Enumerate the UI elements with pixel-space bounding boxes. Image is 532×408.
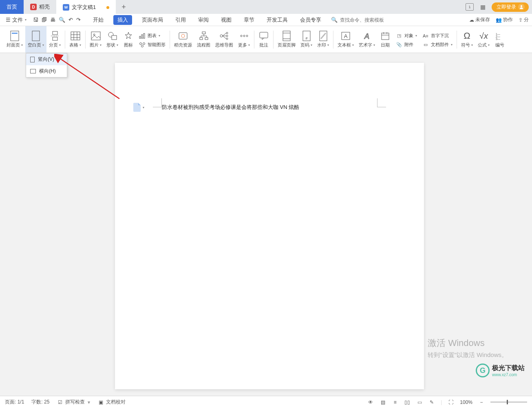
document-page[interactable]: 防水卷材被刑拘感受考场必修课是会将那些和大咖 VN 炫酷 [115,63,424,389]
landscape-icon [30,69,36,73]
collab-button[interactable]: 👥协作 [496,16,513,23]
login-label: 立即登录 [497,4,516,11]
tab-view[interactable]: 视图 [219,15,234,25]
tab-document[interactable]: W 文字文稿1 [56,0,116,14]
svg-rect-7 [71,32,80,40]
svg-rect-5 [53,37,57,40]
chart-button[interactable]: 图表▾ [139,32,160,40]
tab-insert[interactable]: 插入 [113,15,132,25]
page-number-button[interactable]: #页码▾ [298,26,315,53]
app-grid-icon[interactable]: ▦ [479,3,487,11]
date-button[interactable]: 日期 [377,26,393,53]
portrait-icon [30,57,35,62]
share-button[interactable]: ⇪分 [519,16,529,23]
watermark-button[interactable]: 水印▾ [315,26,331,53]
picture-button[interactable]: 图片▾ [87,26,104,53]
list-icon[interactable]: ≡ [392,399,398,406]
margin-corner-tr [377,98,386,107]
outline-icon[interactable]: ▤ [380,399,386,406]
tab-new[interactable]: + [116,0,132,14]
smart-graphic-button[interactable]: 智能图形 [139,41,166,49]
page-indicator[interactable]: ▾ [133,103,144,112]
file-menu[interactable]: ☰ 文件 ▾ [3,16,29,24]
mindmap-button[interactable]: 思维导图 [213,26,236,53]
print-preview-icon[interactable]: 🔍 [59,17,65,23]
undo-icon[interactable]: ↶ [68,17,73,23]
equation-button[interactable]: √x公式▾ [475,26,492,53]
spellcheck-toggle[interactable]: ☑拼写检查▾ [57,399,90,406]
comment-button[interactable]: 批注 [256,26,272,53]
svg-point-22 [141,45,143,47]
search-icon: 🔍 [331,17,338,23]
attachment-button[interactable]: 📎附件 [395,41,413,49]
print-layout-icon[interactable]: ▭ [416,399,423,406]
tab-references[interactable]: 引用 [173,15,188,25]
tab-dev-tools[interactable]: 开发工具 [264,15,290,25]
redo-icon[interactable]: ↷ [76,17,81,23]
page-break-button[interactable]: 分页▾ [46,26,63,53]
shapes-button[interactable]: 形状▾ [104,26,121,53]
command-search[interactable]: 🔍 [331,17,393,23]
svg-text:#: # [305,36,307,40]
page-count[interactable]: 页面: 1/1 [5,399,24,406]
tab-start[interactable]: 开始 [91,15,106,25]
svg-rect-53 [382,33,389,40]
more-button[interactable]: 更多▾ [236,26,252,53]
symbol-button[interactable]: Ω符号▾ [459,26,475,53]
doc-proof[interactable]: ▣文档校对 [97,399,126,406]
svg-rect-26 [200,38,203,40]
window-layout-icon[interactable]: 1 [466,3,474,11]
svg-rect-23 [179,33,187,39]
zoom-out-icon[interactable]: − [478,399,485,406]
chevron-down-icon: ▾ [25,18,26,22]
windows-watermark: 激活 Windows 转到"设置"以激活 Windows。 [428,336,508,360]
header-footer-button[interactable]: 页眉页脚 [275,26,298,53]
tab-review[interactable]: 审阅 [196,15,211,25]
tab-docer[interactable]: D 稻壳 [24,0,56,14]
read-mode-icon[interactable]: ▯▯ [404,399,411,406]
svg-text:A≡: A≡ [423,33,428,38]
document-text[interactable]: 防水卷材被刑拘感受考场必修课是会将那些和大咖 VN 炫酷 [162,104,299,111]
tab-page-layout[interactable]: 页面布局 [139,15,166,25]
zoom-slider[interactable] [490,401,527,403]
zoom-value[interactable]: 100% [460,399,472,405]
file-label: 文件 [12,16,23,24]
tab-sections[interactable]: 章节 [241,15,257,25]
search-input[interactable] [340,17,393,23]
flowchart-button[interactable]: 流程图 [194,26,213,53]
docer-icon: D [30,4,37,10]
login-button[interactable]: 立即登录 [492,2,529,12]
table-button[interactable]: 表格▾ [67,26,84,53]
print-icon[interactable]: 🖶 [50,17,55,23]
tab-home[interactable]: 首页 [0,0,24,14]
save-as-icon[interactable]: 🗐 [42,17,47,23]
dropcap-button[interactable]: A≡首字下沉 [422,32,449,40]
blank-page-button[interactable]: 空白页▾ [25,26,46,53]
svg-rect-25 [202,32,205,34]
svg-point-39 [241,35,242,37]
object-button[interactable]: ◳对象▾ [395,32,417,40]
icons-button[interactable]: 图标 [121,26,136,53]
document-area: 防水卷材被刑拘感受考场必修课是会将那些和大咖 VN 炫酷 ▾ 激活 Window… [0,53,532,396]
textbox-button[interactable]: A文本框▾ [335,26,356,53]
eye-icon[interactable]: 👁 [367,399,374,406]
doc-icon: W [63,4,69,11]
svg-point-34 [226,35,228,37]
tab-member[interactable]: 会员专享 [298,15,324,25]
word-count[interactable]: 字数: 25 [31,399,49,406]
fit-icon[interactable]: ⛶ [448,399,454,406]
unsaved-status[interactable]: ☁未保存 [469,16,490,23]
chevron-down-icon: ▾ [143,106,144,109]
web-layout-icon[interactable]: ✎ [428,399,435,406]
docer-resource-button[interactable]: 稻壳资源 [172,26,194,53]
cloud-icon: ☁ [469,17,474,23]
numbering-button[interactable]: 1—2—3—编号 [492,26,508,53]
status-bar: 页面: 1/1 字数: 25 ☑拼写检查▾ ▣文档校对 👁 ▤ ≡ ▯▯ ▭ ✎… [0,396,532,408]
wordart-button[interactable]: A艺术字▾ [356,26,377,53]
doc-parts-button[interactable]: ▭文档部件▾ [422,41,453,49]
quick-access: 🖫 🗐 🖶 🔍 ↶ ↷ [33,17,81,23]
svg-text:A: A [364,32,369,40]
cover-page-button[interactable]: 封面页▾ [4,26,25,53]
svg-point-20 [140,42,142,44]
save-icon[interactable]: 🖫 [33,17,38,23]
